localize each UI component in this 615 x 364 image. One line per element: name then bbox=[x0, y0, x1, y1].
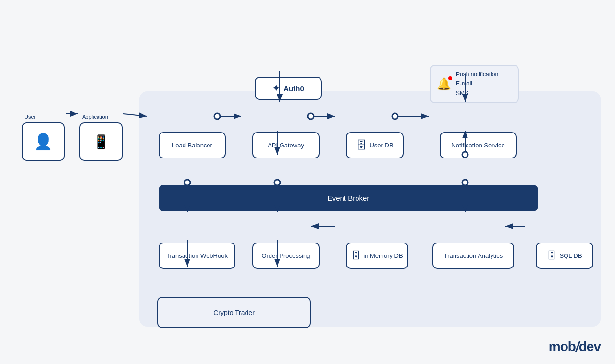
transaction-analytics-label: Transaction Analytics bbox=[444, 252, 503, 259]
user-node: User 👤 bbox=[22, 122, 65, 161]
transaction-analytics-node: Transaction Analytics bbox=[432, 243, 514, 269]
user-db-icon: 🗄 bbox=[356, 139, 367, 152]
notification-info-text: Push notification E-mail SMS bbox=[456, 70, 498, 98]
sms-label: SMS bbox=[456, 89, 498, 98]
auth0-node: ✦ Auth0 bbox=[255, 77, 322, 100]
mobidev-text1: mob bbox=[549, 339, 576, 354]
crypto-trader-label: Crypto Trader bbox=[213, 309, 255, 316]
mobidev-text2: dev bbox=[579, 339, 601, 354]
memory-db-label: in Memory DB bbox=[363, 252, 403, 259]
transaction-webhook-label: Transaction WebHook bbox=[166, 252, 228, 259]
crypto-trader-node: Crypto Trader bbox=[157, 297, 311, 328]
mobidev-slash: / bbox=[576, 339, 579, 354]
load-balancer-label: Load Balancer bbox=[172, 142, 212, 149]
sql-db-label: SQL DB bbox=[559, 252, 582, 259]
memory-db-icon: 🗄 bbox=[351, 250, 361, 261]
user-icon: 👤 bbox=[34, 133, 53, 151]
notification-service-node: Notification Service bbox=[440, 132, 517, 158]
auth0-label: Auth0 bbox=[283, 85, 304, 93]
notification-info-box: 🔔 Push notification E-mail SMS bbox=[430, 65, 519, 103]
event-broker-node: Event Broker bbox=[159, 185, 538, 211]
memory-db-node: 🗄 in Memory DB bbox=[346, 243, 408, 269]
mobile-icon: 📱 bbox=[93, 134, 110, 150]
transaction-webhook-node: Transaction WebHook bbox=[159, 243, 235, 269]
event-broker-label: Event Broker bbox=[328, 194, 369, 202]
user-db-node: 🗄 User DB bbox=[346, 132, 404, 158]
mobidev-logo: mob/dev bbox=[549, 339, 601, 354]
api-gateway-node: API Gateway bbox=[252, 132, 320, 158]
order-processing-node: Order Processing bbox=[252, 243, 320, 269]
email-label: E-mail bbox=[456, 79, 498, 88]
diagram-area: ✦ Auth0 🔔 Push notification E-mail SMS U… bbox=[10, 29, 605, 341]
notification-service-label: Notification Service bbox=[451, 142, 504, 149]
sql-db-icon: 🗄 bbox=[547, 250, 556, 261]
auth0-star-icon: ✦ bbox=[272, 83, 280, 94]
load-balancer-node: Load Balancer bbox=[159, 132, 226, 158]
user-label: User bbox=[25, 114, 36, 120]
sql-db-node: 🗄 SQL DB bbox=[536, 243, 593, 269]
order-processing-label: Order Processing bbox=[261, 252, 310, 259]
api-gateway-label: API Gateway bbox=[268, 142, 304, 149]
user-db-label: User DB bbox=[369, 142, 393, 149]
application-node: Application 📱 bbox=[79, 122, 123, 161]
push-notification-label: Push notification bbox=[456, 70, 498, 79]
application-label: Application bbox=[82, 114, 108, 120]
bell-icon: 🔔 bbox=[437, 77, 451, 91]
